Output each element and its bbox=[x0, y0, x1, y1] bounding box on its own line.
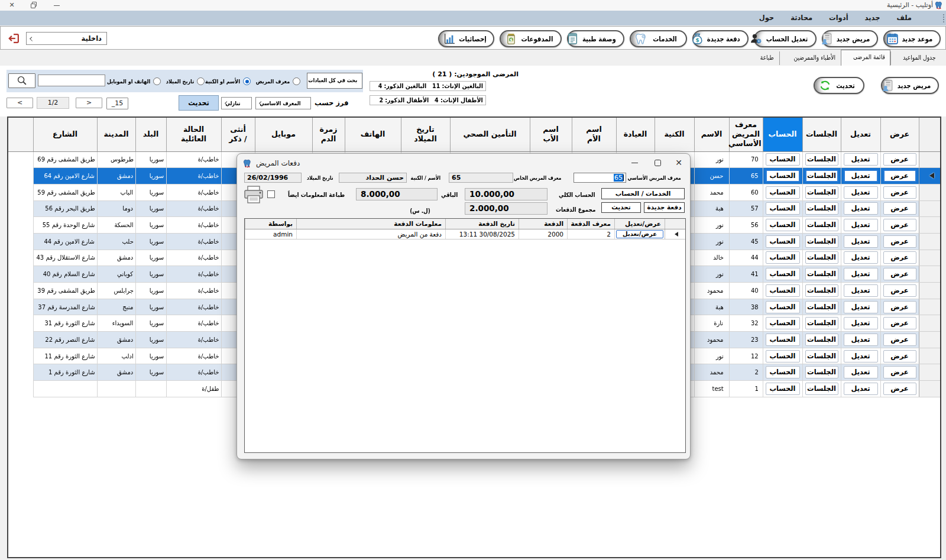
account-button[interactable]: الحساب bbox=[766, 334, 800, 346]
toolbar-button-0[interactable]: موعد جديد bbox=[883, 30, 941, 47]
cell-marital[interactable]: خاطب/ة bbox=[166, 299, 221, 315]
refresh-patients-button[interactable]: تحديث bbox=[814, 77, 864, 94]
clinic-select[interactable]: داخلية bbox=[26, 32, 107, 45]
cell-country[interactable]: سوريا bbox=[135, 184, 166, 200]
row-header-cell[interactable] bbox=[919, 200, 940, 217]
column-header-phone[interactable]: الهاتف bbox=[345, 118, 401, 151]
cell-marital[interactable]: خاطب/ة bbox=[166, 348, 221, 364]
search-all-clinics-button[interactable]: بحث في كل العيادات bbox=[307, 73, 362, 89]
cell-street[interactable]: شارع الاستقلال رقم 43 bbox=[33, 250, 97, 266]
cell-name[interactable]: هبة bbox=[694, 200, 729, 217]
cell-marital[interactable]: خاطب/ة bbox=[166, 184, 221, 200]
cell-city[interactable]: منبج bbox=[97, 299, 135, 315]
sessions-button[interactable]: الجلسات bbox=[805, 366, 838, 378]
search-radio-1[interactable]: الأسم او الكنية bbox=[198, 77, 251, 85]
tab-2[interactable]: الأطباء والممرضين bbox=[779, 51, 841, 65]
account-button[interactable]: الحساب bbox=[766, 186, 800, 199]
dialog-maximize-icon[interactable] bbox=[655, 160, 661, 166]
payments-cell-info[interactable]: دفعة من المريض bbox=[297, 229, 446, 239]
cell-name[interactable]: test bbox=[694, 381, 729, 397]
sort-refresh-button[interactable]: تحديث bbox=[179, 95, 219, 111]
cell-name[interactable]: محمد bbox=[694, 364, 729, 381]
view-button[interactable]: عرض bbox=[883, 170, 916, 182]
cell-street[interactable]: شارع السلام رقم 40 bbox=[33, 266, 97, 283]
edit-button[interactable]: تعديل bbox=[844, 366, 878, 378]
cell-street[interactable]: شارع المدرسة رقم 37 bbox=[33, 299, 97, 315]
payments-column-header-by[interactable]: بواسطة bbox=[245, 219, 297, 229]
column-header-blood[interactable]: زمرة الدم bbox=[312, 118, 345, 151]
row-header-cell[interactable] bbox=[919, 151, 940, 168]
column-header-father[interactable]: اسم الأب bbox=[530, 118, 572, 151]
payments-column-header-payment_id[interactable]: معرف الدفعة bbox=[568, 219, 615, 229]
cell-pid[interactable]: 23 bbox=[729, 332, 763, 348]
menu-item-3[interactable]: محادثة bbox=[782, 11, 821, 25]
column-header-name[interactable]: الاسم bbox=[694, 118, 729, 151]
cell-marital[interactable]: خاطب/ة bbox=[166, 168, 221, 184]
edit-button[interactable]: تعديل bbox=[844, 170, 878, 182]
cell-pid[interactable]: 32 bbox=[729, 315, 763, 332]
cell-street[interactable]: شارع الامين رقم 44 bbox=[33, 233, 97, 250]
sessions-button[interactable]: الجلسات bbox=[805, 383, 838, 395]
cell-name[interactable]: نارة bbox=[694, 315, 729, 332]
cell-name[interactable]: محمد bbox=[694, 184, 729, 200]
new-payment-button[interactable]: دفعة جديدة bbox=[644, 202, 685, 213]
page-size-input[interactable]: _15 bbox=[106, 98, 128, 109]
cell-pid[interactable]: 40 bbox=[729, 283, 763, 299]
cell-street[interactable]: شارع الوحدة رقم 55 bbox=[33, 217, 97, 234]
menu-item-0[interactable]: ملف bbox=[888, 11, 920, 25]
account-button[interactable]: الحساب bbox=[766, 235, 800, 248]
cell-city[interactable]: ادلب bbox=[97, 348, 135, 364]
sessions-button[interactable]: الجلسات bbox=[805, 219, 838, 231]
cell-name[interactable]: حسن bbox=[694, 168, 729, 184]
sessions-button[interactable]: الجلسات bbox=[805, 317, 838, 329]
view-button[interactable]: عرض bbox=[883, 383, 916, 395]
search-button[interactable] bbox=[8, 73, 35, 88]
cell-country[interactable]: سوريا bbox=[135, 151, 166, 168]
account-button[interactable]: الحساب bbox=[766, 170, 800, 182]
cell-city[interactable]: السويداء bbox=[97, 315, 135, 332]
edit-button[interactable]: تعديل bbox=[844, 219, 878, 231]
view-button[interactable]: عرض bbox=[883, 186, 916, 199]
page-prev-button[interactable]: < bbox=[7, 98, 33, 108]
new-patient-button[interactable]: مريض جديد bbox=[881, 77, 939, 94]
column-header-mother[interactable]: اسم الأم bbox=[572, 118, 616, 151]
dialog-close-icon[interactable]: ✕ bbox=[675, 156, 683, 169]
column-header-insurance[interactable]: التأمين الصحي bbox=[450, 118, 530, 151]
row-header-cell[interactable] bbox=[919, 315, 940, 332]
account-button[interactable]: الحساب bbox=[766, 251, 800, 264]
search-radio-2[interactable]: تاريخ الميلاد bbox=[160, 77, 205, 85]
sessions-button[interactable]: الجلسات bbox=[805, 350, 838, 362]
sessions-button[interactable]: الجلسات bbox=[805, 301, 838, 313]
search-radio-0[interactable]: معرف المريض bbox=[249, 77, 300, 85]
edit-button[interactable]: تعديل bbox=[844, 186, 878, 199]
cell-marital[interactable]: خاطب/ة bbox=[166, 151, 221, 168]
cell-city[interactable] bbox=[97, 381, 135, 397]
account-button[interactable]: الحساب bbox=[766, 317, 800, 329]
column-header-gender[interactable]: أنثى / ذكر bbox=[221, 118, 255, 151]
sessions-button[interactable]: الجلسات bbox=[805, 334, 838, 346]
account-button[interactable]: الحساب bbox=[766, 284, 800, 297]
column-header-pid[interactable]: معرف المريض الأساسي bbox=[729, 118, 763, 151]
cell-country[interactable]: سوريا bbox=[135, 250, 166, 266]
toolbar-button-4[interactable]: الخدمات bbox=[630, 30, 687, 47]
cell-pid[interactable]: 2 bbox=[729, 364, 763, 381]
cell-street[interactable]: طريق المشفى رقم 39 bbox=[33, 283, 97, 299]
sessions-button[interactable]: الجلسات bbox=[805, 153, 838, 166]
sessions-button[interactable]: الجلسات bbox=[805, 251, 838, 264]
row-header-cell[interactable] bbox=[919, 381, 940, 397]
toolbar-button-5[interactable]: وصفة طبية bbox=[567, 30, 624, 47]
toolbar-button-3[interactable]: دفعة جديدة bbox=[692, 30, 749, 47]
cell-name[interactable]: خالد bbox=[694, 250, 729, 266]
edit-button[interactable]: تعديل bbox=[844, 153, 878, 166]
view-button[interactable]: عرض bbox=[883, 251, 916, 264]
toolbar-button-6[interactable]: المدفوعات bbox=[500, 30, 562, 47]
cell-pid[interactable]: 57 bbox=[729, 200, 763, 217]
window-restore-icon[interactable] bbox=[30, 1, 38, 9]
edit-button[interactable]: تعديل bbox=[844, 251, 878, 264]
edit-button[interactable]: تعديل bbox=[844, 202, 878, 215]
account-button[interactable]: الحساب bbox=[766, 202, 800, 215]
payments-column-header-action[interactable]: عرض/تعديل bbox=[615, 219, 665, 229]
cell-name[interactable]: هبة bbox=[694, 299, 729, 315]
print-icon[interactable] bbox=[243, 185, 264, 205]
column-header-account[interactable]: الحساب bbox=[763, 118, 802, 151]
